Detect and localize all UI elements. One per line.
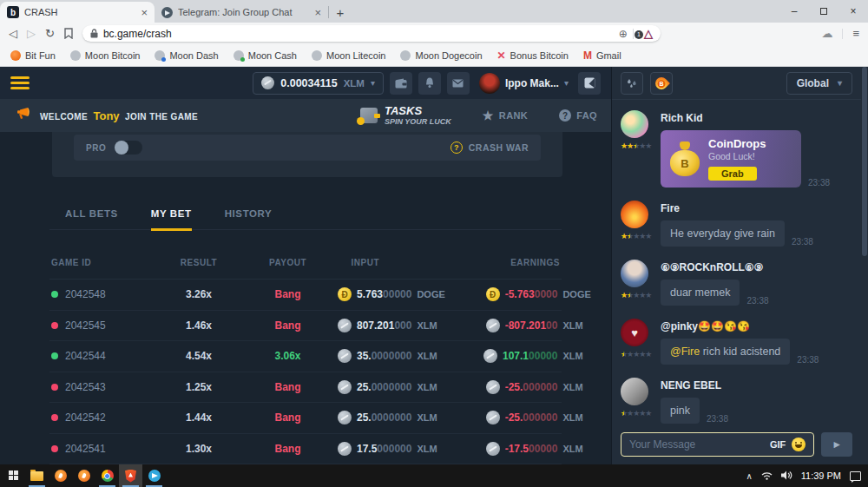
chat-username[interactable]: Rich Kid <box>661 112 852 124</box>
coin-icon <box>483 349 497 363</box>
chat-bubble: @Fire rich kid acistend <box>661 339 790 365</box>
grab-button[interactable]: Grab <box>708 167 757 181</box>
avatar[interactable] <box>621 110 648 138</box>
chat-username[interactable]: ⑥⑨ROCKnROLL⑥⑨ <box>661 261 852 273</box>
reload-button[interactable]: ↻ <box>45 27 55 40</box>
chat-username[interactable]: @pinky🤩🤩😘😘 <box>661 320 852 332</box>
avatar[interactable] <box>621 319 648 346</box>
chat-toggle-button[interactable] <box>578 72 601 95</box>
tray-expand-icon[interactable]: ∧ <box>746 471 752 481</box>
browser-menu-icon[interactable]: ≡ <box>852 27 859 40</box>
bookmarks-bar: Bit Fun Moon Bitcoin Moon Dash Moon Cash… <box>0 44 868 67</box>
taskbar-brave[interactable] <box>119 464 142 487</box>
coindrops-card[interactable]: B CoinDrops Good Luck! Grab <box>661 130 801 188</box>
bookmark-moon-litecoin[interactable]: Moon Litecoin <box>312 50 386 61</box>
url-text[interactable]: bc.game/crash <box>103 28 172 40</box>
payout-value: Bang <box>238 411 338 424</box>
taskbar-telegram[interactable] <box>142 464 166 487</box>
menu-hamburger-icon[interactable] <box>10 76 30 89</box>
start-button[interactable] <box>2 464 25 487</box>
sync-cloud-icon[interactable]: ☁ <box>821 27 832 40</box>
emoji-picker-icon[interactable] <box>792 438 806 451</box>
taskbar-chrome[interactable] <box>95 464 119 487</box>
rain-button[interactable] <box>621 72 643 95</box>
balance-currency: XLM <box>344 78 365 89</box>
mention[interactable]: @Fire <box>670 346 700 358</box>
bookmark-bonus-bitcoin[interactable]: ✕ Bonus Bitcoin <box>497 49 569 62</box>
forward-button[interactable]: ▷ <box>27 27 36 40</box>
balance-selector[interactable]: 0.00034115 XLM ▾ <box>253 72 384 95</box>
taskbar-app-orange-2[interactable] <box>72 464 95 487</box>
page-scrollbar[interactable] <box>861 67 868 464</box>
volume-icon[interactable] <box>781 468 792 484</box>
game-panel-bottom: PRO ? CRASH WAR <box>52 132 562 177</box>
message-input[interactable] <box>629 438 764 451</box>
tab-close-icon[interactable]: × <box>314 7 321 18</box>
gmail-icon: M <box>583 49 592 62</box>
input-cell: 25.0000000XLM <box>338 380 450 394</box>
messages-button[interactable] <box>447 72 470 95</box>
bookmark-moon-bitcoin[interactable]: Moon Bitcoin <box>70 50 141 61</box>
table-row[interactable]: 2042548 3.26x Bang 5.76300000DOGE -5.763… <box>49 280 562 311</box>
user-menu[interactable]: Ippo Mak... ▾ <box>479 73 569 94</box>
windows-taskbar: ∧ 11:39 PM <box>0 464 868 487</box>
bookmark-moon-cash[interactable]: Moon Cash <box>233 50 297 61</box>
chat-username[interactable]: Fire <box>661 202 852 214</box>
username: Ippo Mak... <box>505 77 559 89</box>
tab-close-icon[interactable]: × <box>141 7 148 18</box>
taskbar-app-orange-1[interactable] <box>49 464 72 487</box>
table-row[interactable]: 2042545 1.46x Bang 807.201000XLM -807.20… <box>49 311 562 342</box>
currency-unit: XLM <box>417 351 450 361</box>
chat-username[interactable]: NENG EBEL <box>661 379 852 392</box>
bitfun-icon <box>10 50 21 61</box>
bookmark-bit-fun[interactable]: Bit Fun <box>10 50 56 61</box>
gif-button[interactable]: GIF <box>770 439 786 450</box>
avatar[interactable] <box>621 260 648 287</box>
chat-channel-selector[interactable]: Global ▾ <box>786 72 852 95</box>
coindrop-button[interactable] <box>650 72 673 95</box>
maximize-button[interactable] <box>809 0 838 23</box>
close-button[interactable]: × <box>838 0 868 23</box>
taskbar-file-explorer[interactable] <box>25 464 49 487</box>
bookmark-moon-dogecoin[interactable]: Moon Dogecoin <box>400 50 482 61</box>
wallet-button[interactable] <box>390 72 412 95</box>
avatar[interactable] <box>621 378 648 405</box>
wifi-icon[interactable] <box>761 468 773 484</box>
notifications-button[interactable] <box>418 72 441 95</box>
address-bar[interactable]: bc.game/crash ⊕ 1 △ <box>82 25 661 42</box>
send-button[interactable]: ► <box>821 432 852 457</box>
windows-logo-icon <box>9 471 19 481</box>
target-icon[interactable]: ⊕ <box>619 28 628 40</box>
tab-history[interactable]: HISTORY <box>225 208 273 231</box>
pro-toggle[interactable] <box>115 141 142 155</box>
col-input: INPUT <box>338 258 414 267</box>
tab-crash[interactable]: b CRASH × <box>0 2 155 23</box>
tab-telegram[interactable]: Telegram: Join Group Chat × <box>155 2 328 23</box>
back-button[interactable]: ◁ <box>9 27 17 40</box>
crash-war-label[interactable]: CRASH WAR <box>469 142 529 153</box>
crash-war-help-icon[interactable]: ? <box>450 141 463 154</box>
clock[interactable]: 11:39 PM <box>801 471 841 481</box>
table-row[interactable]: 2042541 1.30x Bang 17.5000000XLM -17.500… <box>49 434 562 465</box>
message-input-box[interactable]: GIF <box>621 432 814 457</box>
moon-icon <box>70 50 81 61</box>
tasks-link[interactable]: TASKS SPIN YOUR LUCK <box>360 105 451 126</box>
action-center-icon[interactable] <box>850 471 861 481</box>
tab-my-bet[interactable]: MY BET <box>151 208 192 231</box>
wallet-icon <box>395 78 407 89</box>
table-row[interactable]: 2042542 1.44x Bang 25.0000000XLM -25.000… <box>49 403 562 434</box>
faq-link[interactable]: ? FAQ <box>559 109 597 122</box>
bookmark-moon-dash[interactable]: Moon Dash <box>155 50 218 61</box>
table-row[interactable]: 2042543 1.25x Bang 25.0000000XLM -25.000… <box>49 372 562 404</box>
coindrops-subtitle: Good Luck! <box>708 151 766 161</box>
triangle-extension-icon[interactable]: △ <box>644 28 653 39</box>
avatar[interactable] <box>621 201 648 228</box>
rank-link[interactable]: ★ RANK <box>483 109 528 122</box>
scrollbar-thumb[interactable] <box>862 67 867 256</box>
bookmark-gmail[interactable]: M Gmail <box>583 49 621 62</box>
table-row[interactable]: 2042544 4.54x 3.06x 35.0000000XLM 107.10… <box>49 341 562 372</box>
tab-all-bets[interactable]: ALL BETS <box>65 208 118 231</box>
minimize-button[interactable]: – <box>779 0 809 23</box>
bookmark-icon[interactable] <box>64 28 73 39</box>
new-tab-button[interactable]: + <box>329 2 352 23</box>
